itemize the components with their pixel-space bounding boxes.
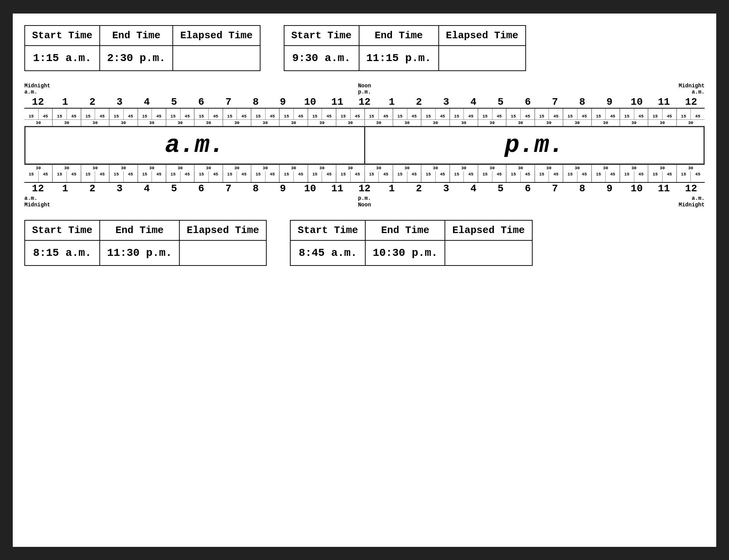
tick-45-11: 45 [351, 109, 364, 119]
tick-15-13: 15 [393, 109, 407, 119]
table4-start: 8:45 a.m. [290, 240, 365, 266]
thirty-top-15: 30 [450, 119, 478, 126]
tick-seg-20: 1545 [592, 109, 620, 119]
table2-elapsed[interactable] [439, 46, 526, 71]
table1-elapsed[interactable] [173, 46, 260, 71]
table4-col2: End Time [365, 220, 445, 240]
bottom-hour-11: 11 [324, 183, 351, 194]
bottom-hour-24: 12 [678, 183, 705, 194]
thirty-bottom-3: 30 [109, 165, 138, 171]
tick-15-1: 15 [53, 109, 67, 119]
spacer [24, 208, 705, 220]
bottom-hour-14: 2 [405, 183, 433, 194]
table2-col1: Start Time [284, 26, 359, 46]
tick-15-5: 15 [166, 109, 181, 119]
table3-elapsed[interactable] [179, 240, 266, 266]
top-hour-1: 1 [51, 96, 78, 108]
tick-15-21: 15 [620, 109, 634, 119]
btick-15-6: 15 [194, 171, 209, 182]
thirty-top-20: 30 [592, 119, 620, 126]
bottom-hour-2: 2 [79, 183, 106, 194]
tick-seg-2: 1545 [81, 109, 109, 119]
thirty-bottom-6: 30 [194, 165, 223, 171]
tick-15-15: 15 [450, 109, 464, 119]
btick-seg-15: 1545 [450, 171, 478, 182]
btick-45-8: 45 [266, 171, 279, 182]
tick-45-0: 45 [39, 109, 53, 119]
thirty-top-18: 30 [535, 119, 563, 126]
tick-seg-6: 1545 [194, 109, 223, 119]
table1-end: 2:30 p.m. [100, 46, 173, 71]
top-hour-15: 3 [433, 96, 460, 108]
btick-15-23: 15 [677, 171, 691, 182]
top-hour-11: 11 [324, 96, 351, 108]
btick-45-20: 45 [606, 171, 620, 182]
btick-45-7: 45 [237, 171, 251, 182]
top-hour-7: 7 [215, 96, 242, 108]
tick-seg-12: 1545 [365, 109, 393, 119]
btick-15-22: 15 [648, 171, 663, 182]
table-2: Start Time End Time Elapsed Time 9:30 a.… [284, 25, 526, 71]
btick-15-20: 15 [592, 171, 606, 182]
thirty-bottom-2: 30 [81, 165, 109, 171]
btick-15-18: 15 [535, 171, 549, 182]
bottom-hour-17: 5 [487, 183, 514, 194]
tick-seg-15: 1545 [450, 109, 478, 119]
thirty-bottom-16: 30 [478, 165, 506, 171]
thirty-top-13: 30 [393, 119, 421, 126]
btick-45-17: 45 [521, 171, 535, 182]
bottom-ruler: 3030303030303030303030303030303030303030… [24, 165, 705, 183]
tick-45-22: 45 [663, 109, 676, 119]
top-hour-17: 5 [487, 96, 514, 108]
thirty-bottom-5: 30 [166, 165, 194, 171]
thirty-bottom-0: 30 [24, 165, 53, 171]
top-hour-19: 7 [542, 96, 569, 108]
bottom-hour-7: 7 [215, 183, 242, 194]
bottom-hour-3: 3 [106, 183, 133, 194]
thirty-top-2: 30 [81, 119, 109, 126]
btick-45-9: 45 [294, 171, 308, 182]
top-hour-8: 8 [242, 96, 269, 108]
btick-45-18: 45 [549, 171, 563, 182]
bottom-hour-10: 10 [296, 183, 324, 194]
btick-45-21: 45 [634, 171, 648, 182]
table3-col3: Elapsed Time [179, 220, 266, 240]
btick-seg-8: 1545 [251, 171, 279, 182]
tick-row-top: 1545154515451545154515451545154515451545… [24, 108, 705, 119]
table3-start: 8:15 a.m. [25, 240, 100, 266]
btick-45-6: 45 [209, 171, 223, 182]
table4-elapsed[interactable] [445, 240, 532, 266]
top-hour-21: 9 [596, 96, 623, 108]
btick-seg-6: 1545 [194, 171, 223, 182]
btick-seg-21: 1545 [620, 171, 648, 182]
bottom-right-label: a.m. Midnight [679, 195, 705, 208]
tick-15-8: 15 [251, 109, 266, 119]
tick-seg-10: 1545 [308, 109, 336, 119]
top-hour-12: 12 [351, 96, 378, 108]
top-hour-20: 8 [569, 96, 596, 108]
btick-15-19: 15 [563, 171, 577, 182]
top-hour-18: 6 [514, 96, 541, 108]
tick-15-10: 15 [308, 109, 322, 119]
bottom-hour-15: 3 [433, 183, 460, 194]
btick-45-3: 45 [124, 171, 138, 182]
tick-15-14: 15 [421, 109, 436, 119]
btick-45-14: 45 [436, 171, 450, 182]
tick-seg-22: 1545 [648, 109, 676, 119]
tick-seg-16: 1545 [478, 109, 506, 119]
btick-45-4: 45 [152, 171, 166, 182]
bottom-hour-21: 9 [596, 183, 623, 194]
tick-15-23: 15 [677, 109, 691, 119]
tick-45-20: 45 [606, 109, 620, 119]
table-3: Start Time End Time Elapsed Time 8:15 a.… [24, 220, 267, 266]
thirty-bottom-10: 30 [308, 165, 336, 171]
thirty-bottom-13: 30 [393, 165, 421, 171]
table3-col1: Start Time [25, 220, 100, 240]
bottom-noon-label: p.m. Noon [358, 195, 371, 208]
tick-45-23: 45 [691, 109, 705, 119]
btick-seg-1: 1545 [53, 171, 81, 182]
btick-seg-2: 1545 [81, 171, 109, 182]
tick-seg-11: 1545 [336, 109, 364, 119]
thirty-top-23: 30 [677, 119, 705, 126]
btick-45-22: 45 [663, 171, 676, 182]
